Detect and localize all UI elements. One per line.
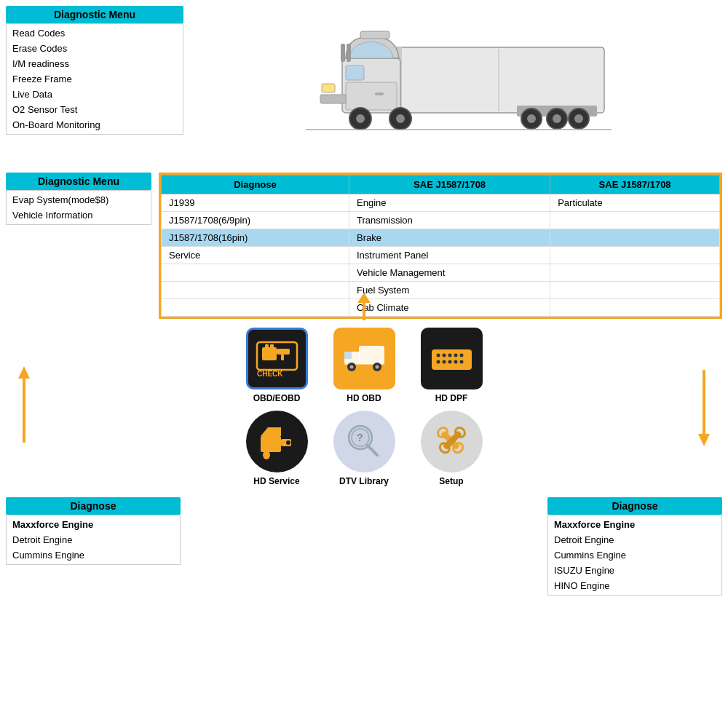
- svg-point-7: [553, 114, 561, 123]
- setup-icon-item[interactable]: Setup: [421, 411, 483, 486]
- menu2-header: Diagnostic Menu: [6, 173, 151, 190]
- table-row-5[interactable]: Fuel System: [162, 282, 720, 299]
- svg-text:CHECK: CHECK: [257, 370, 283, 378]
- menu1-item-5[interactable]: O2 Sensor Test: [7, 102, 183, 117]
- svg-rect-42: [432, 349, 472, 370]
- hd-service-icon-item[interactable]: HD Service: [246, 411, 308, 486]
- menu1-item-1[interactable]: Erase Codes: [7, 41, 183, 56]
- diagnose-row5-col3: [550, 282, 720, 299]
- svg-point-18: [356, 114, 365, 123]
- menu1-items: Read Codes Erase Codes I/M readiness Fre…: [6, 23, 183, 135]
- svg-rect-15: [320, 95, 346, 103]
- dtv-icon-box[interactable]: ?: [333, 411, 395, 472]
- icons-center: CHECK OBD/EOBD: [42, 326, 686, 486]
- menu1-header: Diagnostic Menu: [6, 6, 183, 23]
- menu2-panel: Diagnostic Menu Evap System(mode$8) Vehi…: [6, 173, 151, 319]
- svg-marker-27: [357, 293, 371, 303]
- svg-point-52: [459, 360, 463, 364]
- bottom-left-items: Maxxforce Engine Detroit Engine Cummins …: [6, 515, 181, 565]
- svg-rect-54: [467, 360, 471, 363]
- menu1-item-6[interactable]: On-Board Monitoring: [7, 117, 183, 132]
- svg-point-43: [436, 354, 440, 357]
- magnify-icon: ?: [342, 422, 386, 462]
- hd-dpf-icon-box[interactable]: [421, 328, 483, 389]
- table-row-3[interactable]: Service Instrument Panel: [162, 247, 720, 264]
- table-col1-header: Diagnose: [162, 175, 349, 194]
- hd-service-icon-box[interactable]: [246, 411, 308, 472]
- bottom-right-item-2[interactable]: Cummins Engine: [548, 547, 721, 563]
- svg-point-49: [442, 360, 446, 364]
- diagnose-row5-col1: [162, 282, 349, 299]
- svg-line-65: [368, 446, 377, 455]
- menu1-item-2[interactable]: I/M readiness: [7, 56, 183, 71]
- diagnose-row5-col2: Fuel System: [349, 282, 550, 299]
- diagnose-row0-col1: J1939: [162, 194, 349, 212]
- bottom-left-item-2[interactable]: Cummins Engine: [7, 547, 180, 563]
- svg-rect-23: [347, 44, 351, 62]
- setup-label: Setup: [439, 476, 463, 486]
- right-arrow-svg: [689, 363, 719, 450]
- table-row-1[interactable]: J1587/1708(6/9pin) Transmission: [162, 212, 720, 229]
- svg-point-46: [454, 354, 457, 357]
- truck-svg: [306, 25, 612, 142]
- truck-image-area: [189, 0, 728, 167]
- svg-point-45: [448, 354, 451, 357]
- svg-rect-33: [281, 355, 284, 360]
- bottom-left-item-0[interactable]: Maxxforce Engine: [7, 517, 180, 532]
- svg-rect-22: [341, 44, 345, 62]
- bottom-left-header: Diagnose: [6, 497, 181, 515]
- obd-icon-box[interactable]: CHECK: [246, 328, 308, 389]
- setup-icon-box[interactable]: [421, 411, 483, 472]
- diagnose-row3-col1: Service: [162, 247, 349, 264]
- bottom-right-item-0[interactable]: Maxxforce Engine: [548, 517, 721, 532]
- obd-icon-item[interactable]: CHECK OBD/EOBD: [246, 328, 308, 403]
- menu1-item-4[interactable]: Live Data: [7, 87, 183, 102]
- diagnose-row6-col2: Cab Climate: [349, 299, 550, 317]
- svg-point-40: [375, 365, 379, 369]
- table-row-6[interactable]: Cab Climate: [162, 299, 720, 317]
- hd-obd-icon-item[interactable]: HD OBD: [333, 328, 395, 403]
- bottom-right-item-4[interactable]: HINO Engine: [548, 578, 721, 593]
- svg-rect-53: [467, 353, 471, 356]
- menu2-item-0[interactable]: Evap System(mode$8): [7, 192, 151, 207]
- table-row-0[interactable]: J1939 Engine Particulate: [162, 194, 720, 212]
- svg-marker-74: [698, 434, 710, 446]
- diagnose-row6-col1: [162, 299, 349, 317]
- svg-rect-31: [270, 344, 274, 349]
- svg-text:?: ?: [357, 432, 363, 443]
- menu1-item-3[interactable]: Freeze Frame: [7, 71, 183, 87]
- dtv-icon-item[interactable]: ? DTV Library: [333, 411, 395, 486]
- table-row-2[interactable]: J1587/1708(16pin) Brake: [162, 229, 720, 247]
- svg-point-59: [286, 440, 290, 445]
- icon-row-1: CHECK OBD/EOBD: [246, 328, 483, 403]
- diagnose-row1-col3: [550, 212, 720, 229]
- diagnose-row4-col3: [550, 264, 720, 282]
- svg-rect-12: [346, 66, 364, 80]
- right-arrow-area: [686, 326, 722, 486]
- hd-service-label: HD Service: [253, 476, 299, 486]
- svg-rect-32: [277, 349, 290, 355]
- diagnose-row2-col1: J1587/1708(16pin): [162, 229, 349, 247]
- diagnose-row6-col3: [550, 299, 720, 317]
- svg-rect-35: [359, 346, 384, 364]
- diagnose-row4-col1: [162, 264, 349, 282]
- menu2-item-1[interactable]: Vehicle Information: [7, 207, 151, 223]
- svg-point-50: [448, 360, 451, 364]
- svg-point-38: [349, 365, 353, 369]
- bottom-right-item-1[interactable]: Detroit Engine: [548, 532, 721, 547]
- hd-obd-icon-box[interactable]: [333, 328, 395, 389]
- table-col2-header: SAE J1587/1708: [349, 175, 550, 194]
- bottom-left-item-1[interactable]: Detroit Engine: [7, 532, 180, 547]
- hd-dpf-icon-item[interactable]: HD DPF: [421, 328, 483, 403]
- diagnose-row2-col2: Brake: [349, 229, 550, 247]
- table-col3-header: SAE J1587/1708: [550, 175, 720, 194]
- menu1-item-0[interactable]: Read Codes: [7, 25, 183, 41]
- dtv-label: DTV Library: [339, 476, 389, 486]
- table-row-4[interactable]: Vehicle Management: [162, 264, 720, 282]
- left-arrow-svg: [9, 363, 39, 450]
- bottom-right-item-3[interactable]: ISUZU Engine: [548, 563, 721, 578]
- diagnose-row0-col3: Particulate: [550, 194, 720, 212]
- left-arrow-area: [6, 326, 42, 486]
- diagnose-row1-col2: Transmission: [349, 212, 550, 229]
- icon-row-2: HD Service ?: [246, 411, 483, 486]
